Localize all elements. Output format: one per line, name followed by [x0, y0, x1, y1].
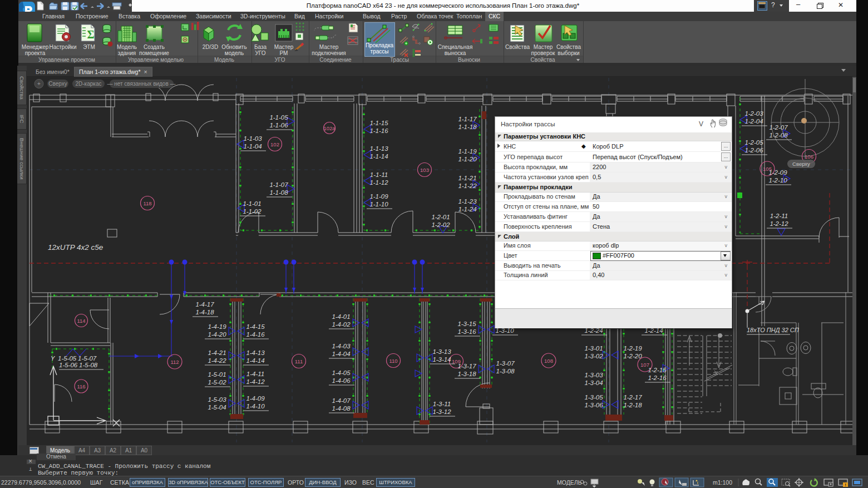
svg-text:1-1-17: 1-1-17	[458, 116, 477, 122]
svg-text:1-5-04: 1-5-04	[208, 404, 226, 411]
svg-text:1-1-09: 1-1-09	[369, 193, 388, 200]
svg-text:1-3-18: 1-3-18	[457, 371, 476, 377]
svg-text:1-2-11: 1-2-11	[770, 213, 788, 219]
svg-text:1-1-14: 1-1-14	[369, 153, 388, 160]
svg-text:1-4-06: 1-4-06	[332, 377, 351, 384]
svg-text:116: 116	[77, 383, 85, 390]
svg-text:1-1-08: 1-1-08	[269, 189, 288, 196]
svg-text:1-4-21: 1-4-21	[208, 349, 226, 356]
svg-text:1-2-02: 1-2-02	[431, 221, 450, 228]
svg-text:1-4-14: 1-4-14	[246, 357, 264, 364]
svg-text:1-1-15: 1-1-15	[369, 120, 388, 126]
svg-text:1-3-13: 1-3-13	[432, 348, 451, 355]
svg-text:1-3-03: 1-3-03	[584, 372, 603, 378]
svg-text:1-2-03: 1-2-03	[744, 110, 763, 117]
svg-text:1-4-15: 1-4-15	[246, 323, 265, 330]
svg-text:1-5-02: 1-5-02	[208, 379, 226, 386]
svg-text:1-5-01: 1-5-01	[208, 371, 226, 378]
svg-text:Y: Y	[51, 355, 55, 362]
svg-text:1-4-19: 1-4-19	[208, 323, 226, 330]
svg-text:1-2-12: 1-2-12	[770, 220, 788, 227]
svg-text:1-1-01: 1-1-01	[243, 200, 261, 207]
svg-text:1-3-04: 1-3-04	[584, 379, 603, 386]
svg-text:1-4-18: 1-4-18	[195, 309, 214, 316]
svg-text:1-1-21: 1-1-21	[458, 175, 476, 181]
svg-text:1-4-08: 1-4-08	[332, 405, 351, 412]
svg-text:18хТО ПНД 32 СП: 18хТО ПНД 32 СП	[747, 327, 799, 333]
svg-text:114: 114	[77, 318, 85, 324]
svg-text:1-3-01: 1-3-01	[584, 345, 603, 352]
svg-text:1-3-16: 1-3-16	[457, 328, 476, 335]
svg-text:1-1-07: 1-1-07	[269, 181, 288, 188]
svg-text:1-4-22: 1-4-22	[208, 357, 226, 364]
svg-text:1-2-10: 1-2-10	[768, 177, 787, 184]
svg-text:1-1-22: 1-1-22	[458, 183, 477, 189]
svg-text:111: 111	[295, 358, 303, 364]
svg-text:102: 102	[270, 141, 279, 147]
svg-text:1-1-11: 1-1-11	[370, 171, 388, 178]
svg-text:1-5-05: 1-5-05	[58, 355, 77, 362]
svg-text:1-3-17: 1-3-17	[457, 363, 476, 369]
svg-text:1-4-03: 1-4-03	[332, 343, 351, 349]
svg-text:1-5-07: 1-5-07	[78, 355, 97, 362]
svg-text:1-3-11: 1-3-11	[433, 401, 451, 407]
svg-text:1-1-19: 1-1-19	[458, 148, 477, 155]
svg-text:1-1-16: 1-1-16	[369, 127, 388, 134]
svg-text:1-1-20: 1-1-20	[458, 156, 477, 162]
svg-text:1-1-24: 1-1-24	[458, 206, 476, 213]
svg-text:1-2-19: 1-2-19	[623, 345, 642, 352]
svg-text:1-2-09: 1-2-09	[768, 169, 787, 176]
svg-text:1-2-20: 1-2-20	[623, 353, 642, 359]
svg-text:1-4-12: 1-4-12	[246, 378, 265, 385]
svg-text:1-1-06: 1-1-06	[269, 122, 288, 129]
svg-text:1-4-05: 1-4-05	[332, 369, 351, 376]
svg-text:1-2-08: 1-2-08	[769, 132, 788, 139]
svg-text:1-2-18: 1-2-18	[623, 402, 642, 408]
svg-text:1-1-23: 1-1-23	[458, 198, 477, 205]
svg-text:1-2-05: 1-2-05	[744, 139, 763, 146]
svg-text:1-4-17: 1-4-17	[195, 301, 214, 308]
svg-text:110: 110	[389, 358, 397, 364]
svg-text:1-4-13: 1-4-13	[246, 349, 265, 356]
svg-text:1-4-01: 1-4-01	[332, 313, 350, 320]
svg-text:1-5-06: 1-5-06	[59, 362, 78, 368]
svg-text:1-3-06: 1-3-06	[584, 402, 603, 408]
svg-text:12xUTP 4x2 c5e: 12xUTP 4x2 c5e	[48, 243, 103, 252]
svg-text:108: 108	[544, 358, 553, 364]
svg-text:Сверху: Сверху	[48, 81, 67, 87]
svg-text:1-2-04: 1-2-04	[744, 118, 763, 125]
svg-text:1-1-12: 1-1-12	[369, 179, 388, 186]
svg-text:1-5-08: 1-5-08	[79, 362, 98, 368]
svg-text:118: 118	[143, 200, 151, 206]
svg-text:1-3-07: 1-3-07	[496, 360, 515, 367]
svg-text:1-4-07: 1-4-07	[332, 397, 351, 404]
svg-text:1-1-02: 1-1-02	[243, 208, 262, 215]
svg-text:1-4-11: 1-4-11	[246, 371, 264, 377]
svg-text:1-2-01: 1-2-01	[431, 214, 450, 220]
svg-text:103: 103	[420, 167, 429, 173]
svg-text:1-1-04: 1-1-04	[243, 143, 262, 150]
svg-text:1-2-16: 1-2-16	[648, 374, 667, 381]
svg-text:112: 112	[170, 359, 179, 365]
svg-text:1-4-04: 1-4-04	[332, 351, 350, 357]
svg-text:1-4-02: 1-4-02	[332, 321, 351, 328]
svg-text:106: 106	[805, 154, 813, 160]
svg-text:1-4-10: 1-4-10	[246, 403, 265, 410]
svg-text:— нет связанных видов —: — нет связанных видов —	[107, 81, 175, 87]
svg-text:1-3-12: 1-3-12	[432, 408, 451, 415]
svg-text:1-5-03: 1-5-03	[208, 396, 226, 403]
svg-text:1-2-07: 1-2-07	[769, 124, 788, 131]
svg-text:1-2-17: 1-2-17	[623, 394, 642, 401]
svg-text:Сверху: Сверху	[792, 161, 810, 167]
svg-text:1-1-13: 1-1-13	[369, 145, 388, 152]
svg-text:1-3-14: 1-3-14	[432, 356, 451, 363]
svg-text:Σ: Σ	[87, 28, 94, 41]
svg-text:2D-каркас: 2D-каркас	[76, 81, 102, 87]
svg-text:1-2-06: 1-2-06	[744, 147, 763, 154]
svg-text:1-3-02: 1-3-02	[584, 353, 603, 359]
svg-text:1-1-05: 1-1-05	[269, 114, 288, 121]
svg-text:+: +	[37, 81, 41, 87]
svg-text:1-2-15: 1-2-15	[648, 367, 667, 373]
svg-text:1-3-08: 1-3-08	[496, 368, 515, 374]
svg-text:1-3-05: 1-3-05	[584, 394, 603, 401]
